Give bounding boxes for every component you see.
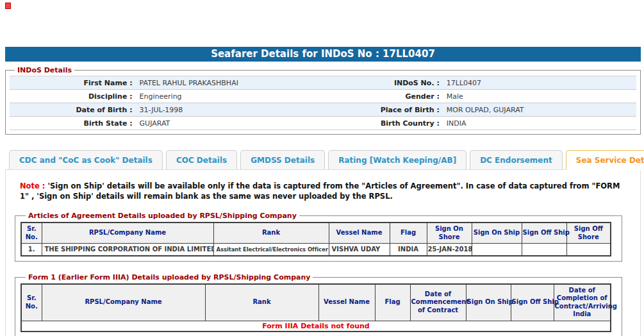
tab-label: CDC and "CoC as Cook" Details (19, 156, 153, 165)
page-title: Seafarer Details for INDoS No : 17LL0407 (211, 48, 435, 60)
col-header-sign-off-ship: Sign Off Ship (522, 223, 566, 244)
col-header-sign-on-shore: Sign On Shore (427, 223, 472, 244)
note-text: Note : 'Sign on Ship' details will be av… (20, 181, 629, 201)
tab-content-panel: Note : 'Sign on Ship' details will be av… (5, 169, 641, 336)
col-header-rank: Rank (213, 223, 329, 244)
tab-bar: CDC and "CoC as Cook" Details COC Detail… (9, 150, 644, 170)
note-prefix: Note : (20, 181, 45, 190)
tab-label: DC Endorsement (480, 156, 552, 165)
tab-cdc-coc-as-cook-details[interactable]: CDC and "CoC as Cook" Details (9, 150, 163, 170)
indos-row: Date of Birth : 31-JUL-1998 Place of Bir… (10, 103, 636, 117)
place-of-birth-label: Place of Birth : (323, 103, 442, 117)
table-header-row: Sr. No. RPSL/Company Name Rank Vessel Na… (21, 223, 611, 244)
cell-company-name: THE SHIPPING CORPORATION OF INDIA LIMITE… (42, 244, 213, 256)
broken-image-icon (5, 3, 11, 9)
col-header-date-of-commencement: Date of Commencement of Contract (410, 284, 466, 321)
cell-rank: Assitant Electrical/Electronics Officer (213, 244, 329, 256)
tab-label: Rating [Watch Keeping/AB] (338, 156, 456, 165)
indos-details-table: First Name : PATEL RAHUL PRAKASHBHAI IND… (10, 76, 636, 130)
col-header-sign-off-shore: Sign Off Shore (566, 223, 611, 244)
gender-label: Gender : (323, 90, 442, 103)
tab-label: GMDSS Details (251, 156, 315, 165)
articles-of-agreement-legend: Articles of Agreement Details uploaded b… (26, 212, 299, 220)
cell-sign-off-shore (566, 244, 611, 256)
indos-row: Birth State : GUJARAT Birth Country : IN… (10, 117, 636, 130)
tab-dc-endorsement[interactable]: DC Endorsement (470, 150, 563, 170)
birth-state-value: GUJARAT (135, 117, 323, 130)
articles-of-agreement-table: Sr. No. RPSL/Company Name Rank Vessel Na… (21, 222, 611, 256)
col-header-sr-no: Sr. No. (21, 284, 42, 321)
birth-country-label: Birth Country : (323, 117, 442, 130)
indos-details-section: INDoS Details First Name : PATEL RAHUL P… (5, 66, 641, 135)
table-empty-row: Form IIIA Details not found (21, 321, 611, 332)
form-iiia-not-found-message: Form IIIA Details not found (21, 321, 611, 332)
col-header-sign-on-ship: Sign On Ship (472, 223, 522, 244)
col-header-flag: Flag (375, 284, 410, 321)
tab-gmdss-details[interactable]: GMDSS Details (240, 150, 325, 170)
col-header-sign-on-ship: Sign On Ship (466, 284, 511, 321)
tab-rating-watch-keeping-ab[interactable]: Rating [Watch Keeping/AB] (328, 150, 466, 170)
cell-sr-no: 1. (21, 244, 42, 256)
note-body: 'Sign on Ship' details will be available… (20, 181, 620, 201)
indos-row: Discipline : Engineering Gender : Male (10, 90, 636, 103)
col-header-vessel-name: Vessel Name (318, 284, 375, 321)
indos-row: First Name : PATEL RAHUL PRAKASHBHAI IND… (10, 76, 636, 90)
form1-table: Sr. No. RPSL/Company Name Rank Vessel Na… (21, 283, 611, 333)
tab-label: COC Details (176, 156, 227, 165)
col-header-flag: Flag (390, 223, 427, 244)
first-name-value: PATEL RAHUL PRAKASHBHAI (135, 76, 323, 90)
col-header-sr-no: Sr. No. (21, 223, 42, 244)
col-header-rpsl-company-name: RPSL/Company Name (42, 223, 213, 244)
tab-coc-details[interactable]: COC Details (166, 150, 237, 170)
tab-label: Sea Service Details (576, 156, 644, 165)
articles-of-agreement-section: Articles of Agreement Details uploaded b… (15, 212, 622, 262)
page-title-bar: Seafarer Details for INDoS No : 17LL0407 (5, 47, 641, 62)
birth-country-value: INDIA (442, 117, 636, 130)
cell-vessel-name: VISHVA UDAY (329, 244, 390, 256)
form1-legend: Form 1 (Earlier Form IIIA) Details uploa… (26, 273, 313, 281)
date-of-birth-label: Date of Birth : (10, 103, 135, 117)
cell-sign-on-shore: 25-JAN-2018 (427, 244, 472, 256)
col-header-rank: Rank (205, 284, 318, 321)
date-of-birth-value: 31-JUL-1998 (135, 103, 323, 117)
col-header-date-of-completion: Date of Completion of Contract/Arriving … (554, 284, 611, 321)
col-header-rpsl-company-name: RPSL/Company Name (42, 284, 205, 321)
indos-no-label: INDoS No. : (323, 76, 442, 90)
tab-sea-service-details[interactable]: Sea Service Details (566, 150, 644, 170)
col-header-vessel-name: Vessel Name (329, 223, 390, 244)
cell-flag: INDIA (390, 244, 427, 256)
birth-state-label: Birth State : (10, 117, 135, 130)
form1-section: Form 1 (Earlier Form IIIA) Details uploa… (15, 273, 622, 336)
table-header-row: Sr. No. RPSL/Company Name Rank Vessel Na… (21, 284, 611, 321)
discipline-value: Engineering (135, 90, 323, 103)
cell-sign-off-ship (522, 244, 566, 256)
gender-value: Male (442, 90, 636, 103)
cell-sign-on-ship (472, 244, 522, 256)
indos-details-legend: INDoS Details (15, 66, 74, 74)
first-name-label: First Name : (10, 76, 135, 90)
table-row: 1. THE SHIPPING CORPORATION OF INDIA LIM… (21, 244, 611, 256)
col-header-sign-off-ship: Sign Off Ship (511, 284, 554, 321)
place-of-birth-value: MOR OLPAD, GUJARAT (442, 103, 636, 117)
indos-no-value: 17LL0407 (442, 76, 636, 90)
discipline-label: Discipline : (10, 90, 135, 103)
